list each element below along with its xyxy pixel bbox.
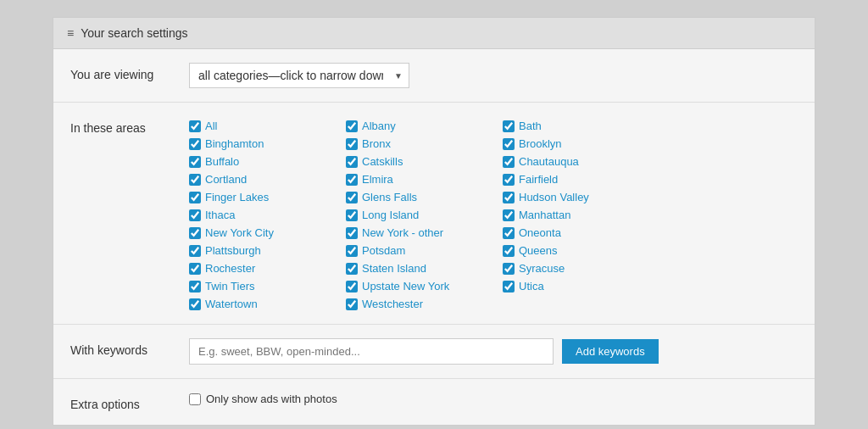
area-label[interactable]: Twin Tiers — [205, 280, 255, 292]
keywords-row: Add keywords — [189, 338, 798, 365]
area-item: Rochester — [189, 262, 346, 275]
area-label[interactable]: Watertown — [205, 298, 258, 310]
area-label[interactable]: Syracuse — [519, 262, 565, 275]
area-item: New York City — [189, 226, 346, 239]
area-label[interactable]: Plattsburgh — [205, 244, 261, 257]
keywords-label: With keywords — [70, 338, 172, 357]
area-item: Hudson Valley — [503, 191, 659, 203]
area-checkbox[interactable] — [503, 263, 515, 275]
area-label[interactable]: Elmira — [362, 173, 393, 186]
area-checkbox[interactable] — [346, 174, 358, 186]
area-item: Buffalo — [189, 155, 346, 168]
area-checkbox[interactable] — [346, 281, 358, 292]
area-label[interactable]: Fairfield — [519, 173, 558, 186]
photos-label[interactable]: Only show ads with photos — [206, 393, 337, 405]
areas-section: In these areas AllAlbanyBathBinghamtonBr… — [53, 103, 815, 325]
area-checkbox[interactable] — [189, 245, 201, 257]
area-checkbox[interactable] — [346, 138, 358, 150]
area-item: Potsdam — [346, 244, 503, 257]
areas-label: In these areas — [70, 116, 172, 135]
area-label[interactable]: Rochester — [205, 262, 255, 275]
area-label[interactable]: Glens Falls — [362, 191, 417, 203]
area-checkbox[interactable] — [189, 192, 201, 203]
area-checkbox[interactable] — [189, 120, 201, 132]
area-checkbox[interactable] — [346, 298, 358, 310]
area-item: Syracuse — [503, 262, 659, 275]
area-item: Albany — [346, 120, 503, 132]
area-label[interactable]: Catskills — [362, 155, 403, 168]
extra-options-label: Extra options — [70, 393, 172, 411]
area-label[interactable]: Brooklyn — [519, 137, 562, 150]
area-item: Glens Falls — [346, 191, 503, 203]
area-checkbox[interactable] — [189, 227, 201, 239]
area-checkbox[interactable] — [503, 156, 515, 168]
area-item: Elmira — [346, 173, 503, 186]
area-item: Manhattan — [503, 209, 659, 221]
area-label[interactable]: Cortland — [205, 173, 247, 186]
area-checkbox[interactable] — [346, 263, 358, 275]
area-label[interactable]: New York - other — [362, 226, 443, 239]
category-select[interactable]: all categories—click to narrow down — [189, 63, 409, 88]
area-label[interactable]: Hudson Valley — [519, 191, 589, 203]
photos-option: Only show ads with photos — [189, 393, 798, 405]
keywords-input[interactable] — [189, 338, 554, 365]
area-checkbox[interactable] — [503, 174, 515, 186]
area-label[interactable]: Bath — [519, 120, 542, 132]
area-label[interactable]: Chautauqua — [519, 155, 579, 168]
area-checkbox[interactable] — [503, 245, 515, 257]
add-keywords-button[interactable]: Add keywords — [562, 339, 659, 364]
area-label[interactable]: Manhattan — [519, 209, 570, 221]
area-checkbox[interactable] — [503, 209, 515, 221]
area-label[interactable]: Upstate New York — [362, 280, 449, 292]
area-label[interactable]: New York City — [205, 226, 274, 239]
area-label[interactable]: All — [205, 120, 217, 132]
area-item: Oneonta — [503, 226, 659, 239]
area-checkbox[interactable] — [503, 192, 515, 203]
area-checkbox[interactable] — [189, 298, 201, 310]
extra-options-content: Only show ads with photos — [189, 393, 798, 405]
keywords-section: With keywords Add keywords — [53, 325, 815, 379]
area-label[interactable]: Binghamton — [205, 137, 264, 150]
area-checkbox[interactable] — [346, 245, 358, 257]
area-label[interactable]: Finger Lakes — [205, 191, 269, 203]
area-item: All — [189, 120, 346, 132]
area-label[interactable]: Westchester — [362, 298, 423, 310]
area-item: Westchester — [346, 298, 503, 310]
area-label[interactable]: Bronx — [362, 137, 391, 150]
area-checkbox[interactable] — [346, 120, 358, 132]
area-checkbox[interactable] — [503, 120, 515, 132]
area-checkbox[interactable] — [189, 263, 201, 275]
area-item: Brooklyn — [503, 137, 659, 150]
areas-content: AllAlbanyBathBinghamtonBronxBrooklynBuff… — [189, 116, 798, 310]
area-label[interactable]: Buffalo — [205, 155, 239, 168]
area-label[interactable]: Oneonta — [519, 226, 561, 239]
area-checkbox[interactable] — [346, 156, 358, 168]
menu-icon: ≡ — [67, 26, 74, 40]
area-checkbox[interactable] — [346, 227, 358, 239]
area-checkbox[interactable] — [189, 281, 201, 292]
area-label[interactable]: Staten Island — [362, 262, 426, 275]
area-checkbox[interactable] — [503, 281, 515, 292]
area-checkbox[interactable] — [189, 138, 201, 150]
area-checkbox[interactable] — [503, 227, 515, 239]
area-label[interactable]: Potsdam — [362, 244, 405, 257]
area-label[interactable]: Albany — [362, 120, 396, 132]
area-item: Cortland — [189, 173, 346, 186]
area-item: New York - other — [346, 226, 503, 239]
viewing-label: You are viewing — [70, 63, 172, 81]
area-checkbox[interactable] — [189, 156, 201, 168]
area-item: Plattsburgh — [189, 244, 346, 257]
photos-checkbox[interactable] — [189, 393, 201, 405]
area-checkbox[interactable] — [503, 138, 515, 150]
area-label[interactable]: Long Island — [362, 209, 419, 221]
area-label[interactable]: Ithaca — [205, 209, 235, 221]
area-label[interactable]: Utica — [519, 280, 544, 292]
area-label[interactable]: Queens — [519, 244, 558, 257]
area-item: Staten Island — [346, 262, 503, 275]
area-checkbox[interactable] — [346, 192, 358, 203]
area-item: Utica — [503, 280, 659, 292]
area-item: Ithaca — [189, 209, 346, 221]
area-checkbox[interactable] — [189, 174, 201, 186]
area-checkbox[interactable] — [346, 209, 358, 221]
area-checkbox[interactable] — [189, 209, 201, 221]
